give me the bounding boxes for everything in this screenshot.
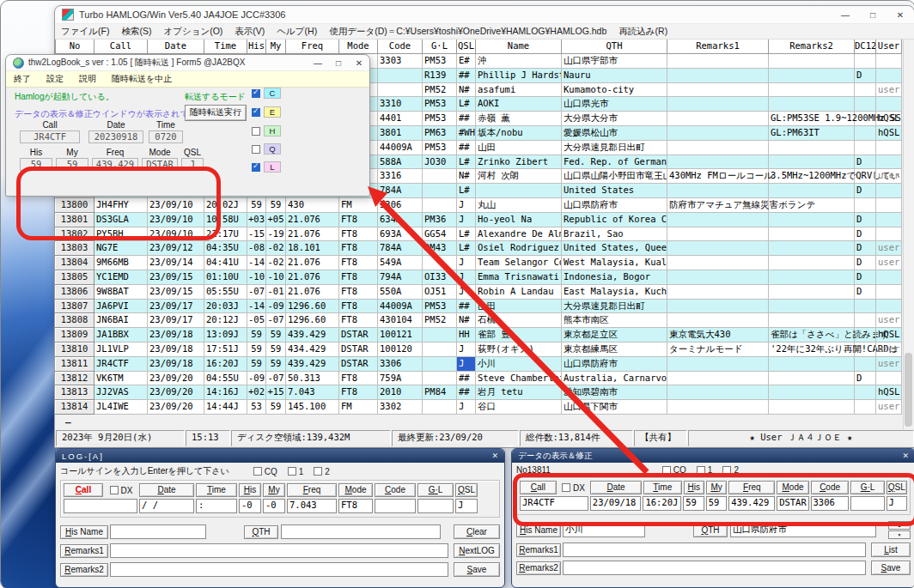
table-cell[interactable]: 430MHz FMロールコール [667,169,769,184]
table-cell[interactable]: 13:09J [204,328,247,342]
table-cell[interactable] [769,372,855,386]
table-cell[interactable]: JL4IWE [94,400,148,415]
column-header[interactable]: QSL [457,39,476,54]
table-cell[interactable]: 山口県防府市 [562,198,667,213]
table-cell[interactable]: L# [457,241,476,256]
table-cell[interactable]: 13813 [55,385,94,400]
table-vertical-scrollbar[interactable] [903,39,914,430]
table-cell[interactable]: 大分県速見郡日出町 [562,141,667,155]
table-cell[interactable] [876,227,902,242]
table-cell[interactable]: 100120 [378,342,423,357]
table-cell[interactable] [667,256,769,270]
field-input[interactable]: 23/09/18 [590,496,642,511]
field-input[interactable]: JR4CTF [520,496,588,511]
table-cell[interactable]: Nauru [562,69,667,83]
table-cell[interactable]: PM36 [423,213,457,227]
table-cell[interactable]: R139 [423,69,457,83]
table-cell[interactable]: 59 [266,328,286,342]
column-header[interactable]: User [876,39,902,54]
table-cell[interactable]: 石橋 [476,313,562,328]
table-cell[interactable] [855,385,876,400]
table-cell[interactable] [855,141,876,155]
table-cell[interactable] [876,97,902,112]
table-cell[interactable] [769,285,855,300]
table-cell[interactable]: user [876,241,902,256]
column-header[interactable]: Remarks2 [769,39,855,54]
table-cell[interactable]: JN6BAI [94,313,148,328]
table-cell[interactable] [769,241,855,256]
his-field-button[interactable]: His [239,483,261,497]
table-cell[interactable]: J [457,400,476,415]
date-field-button[interactable]: Date [139,483,194,497]
mode-checkbox[interactable] [252,163,260,172]
table-cell[interactable]: 14:44J [204,400,247,415]
table-cell[interactable] [769,155,855,170]
code-field-button[interactable]: Code [375,483,416,497]
table-cell[interactable]: +15 [266,385,286,400]
table-cell[interactable]: 13800 [55,198,94,213]
table-cell[interactable] [855,169,876,184]
table-cell[interactable]: 23/09/12 [148,241,204,256]
table-cell[interactable]: FT8 [339,385,378,400]
table-cell[interactable]: 山田 [476,300,562,314]
table-cell[interactable]: 3316 [378,169,423,184]
table-cell[interactable]: 13806 [55,285,94,300]
table-cell[interactable] [876,270,902,285]
table-cell[interactable] [769,213,855,227]
table-cell[interactable] [667,184,769,198]
table-cell[interactable]: N# [457,169,476,184]
table-cell[interactable]: FT8 [339,241,378,256]
table-cell[interactable]: OI33 [423,270,457,285]
table-cell[interactable] [476,184,562,198]
table-cell[interactable]: DSTAR [339,328,378,342]
table-cell[interactable]: 谷口 [476,400,562,415]
list-button[interactable]: List [871,543,911,557]
table-cell[interactable]: Steve Chamberlain [476,372,562,386]
table-cell[interactable] [769,256,855,270]
table-cell[interactable]: DSTAR [339,342,378,357]
table-cell[interactable] [876,213,902,227]
table-cell[interactable] [667,69,769,83]
code-field-button[interactable]: Code [811,481,850,494]
column-header[interactable]: Date [148,39,204,54]
nextlog-button[interactable]: NextLOG [454,543,500,558]
table-cell[interactable]: 13809 [55,328,94,342]
table-cell[interactable] [423,198,457,213]
table-cell[interactable]: ## [457,69,476,83]
table-cell[interactable]: user [876,313,902,328]
table-cell[interactable]: 430 [286,198,339,213]
menu-item[interactable]: 使用データ(D)＝C:¥Users¥toshi¥OneDrive¥HAMLOG¥… [323,26,612,38]
table-cell[interactable]: 雀部 豊 [476,328,562,342]
table-cell[interactable] [855,54,876,69]
table-cell[interactable]: OJ51 [423,285,457,300]
save-button[interactable]: Save [871,561,911,575]
table-cell[interactable] [769,227,855,242]
table-cell[interactable]: 430104 [378,313,423,328]
save-button[interactable]: Save [454,562,500,577]
column-header[interactable]: DC12 [855,39,876,54]
dx-checkbox[interactable] [562,483,570,492]
table-cell[interactable]: 04:55U [204,372,247,386]
table-cell[interactable]: 100121 [378,328,423,342]
table-cell[interactable]: -05 [247,313,266,328]
table-cell[interactable]: DSTAR [339,357,378,372]
table-cell[interactable] [667,270,769,285]
table-cell[interactable] [667,372,769,386]
table-cell[interactable] [423,328,457,342]
table-cell[interactable]: 18.101 [286,241,339,256]
table-cell[interactable] [769,184,855,198]
column-header[interactable]: Time [204,39,247,54]
table-cell[interactable]: hQSL [876,112,902,126]
field-input[interactable]: : [196,499,237,513]
table-cell[interactable]: GL:PM63IT [769,126,855,141]
table-cell[interactable]: 784A [378,241,423,256]
table-cell[interactable]: 23/09/14 [148,256,204,270]
table-cell[interactable]: Alexandre De Almei [476,227,562,242]
table-cell[interactable] [876,54,902,69]
table-cell[interactable]: FM [339,198,378,213]
spinner-up-icon[interactable]: ▲ [888,521,911,530]
table-cell[interactable]: +02 [247,385,266,400]
cq-checkbox[interactable] [253,467,262,476]
menu-item[interactable]: オプション(O) [157,26,228,38]
table-cell[interactable]: Robin A Landau [476,285,562,300]
